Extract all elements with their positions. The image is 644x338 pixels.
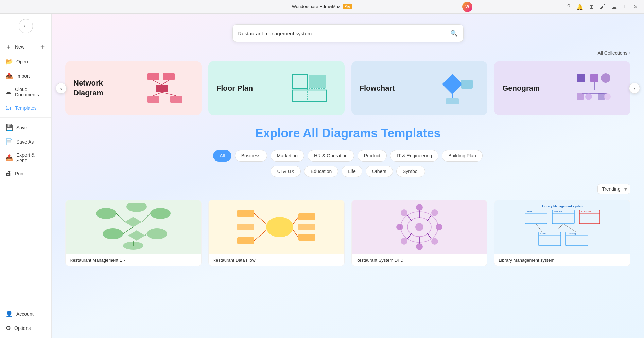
- grid-icon[interactable]: ⊞: [589, 3, 594, 10]
- sidebar-item-save[interactable]: 💾 Save: [0, 120, 51, 135]
- svg-point-31: [126, 203, 147, 212]
- svg-line-66: [407, 215, 412, 221]
- sidebar-label-print: Print: [15, 171, 25, 176]
- filter-btn-ui[interactable]: UI & UX: [271, 166, 301, 177]
- svg-marker-35: [128, 230, 145, 241]
- svg-point-73: [396, 224, 403, 230]
- filter-btn-product[interactable]: Product: [358, 150, 387, 162]
- svg-point-72: [401, 238, 407, 245]
- filter-btn-others[interactable]: Others: [366, 166, 393, 177]
- sidebar: ← ＋ New ＋ 📂 Open 📥 Import ☁ Cloud Docume…: [0, 14, 52, 338]
- sidebar-label-export: Export & Send: [16, 152, 46, 163]
- sort-wrapper: Trending Newest Popular: [597, 184, 630, 194]
- template-card-label-2: Restaurant Data Flow: [209, 254, 344, 266]
- svg-rect-15: [461, 80, 473, 89]
- svg-line-6: [162, 80, 169, 85]
- back-button[interactable]: ←: [19, 19, 33, 33]
- template-grid: Restaurant Management ER: [65, 200, 630, 280]
- svg-line-62: [427, 233, 431, 239]
- sidebar-item-new[interactable]: ＋ New ＋: [0, 39, 51, 55]
- sidebar-label-import: Import: [16, 73, 30, 79]
- sidebar-item-export[interactable]: 📤 Export & Send: [0, 149, 51, 167]
- minimize-button[interactable]: —: [614, 4, 620, 10]
- filter-btn-business[interactable]: Business: [235, 150, 267, 162]
- titlebar-icon-group: ? 🔔 ⊞ 🖌 ☁: [567, 3, 617, 10]
- all-collections-link[interactable]: All Collections ›: [597, 50, 630, 56]
- carousel-prev-button[interactable]: ‹: [56, 83, 67, 94]
- search-area: 🔍: [52, 14, 644, 50]
- template-card-3[interactable]: Restaurant System DFD: [351, 200, 488, 266]
- svg-rect-3: [147, 96, 159, 103]
- svg-line-91: [536, 224, 542, 232]
- sidebar-label-save-as: Save As: [16, 139, 34, 145]
- svg-rect-9: [292, 75, 308, 88]
- sidebar-item-import[interactable]: 📥 Import: [0, 69, 51, 83]
- sidebar-label-account: Account: [16, 311, 34, 317]
- sort-select[interactable]: Trending Newest Popular: [597, 184, 630, 194]
- carousel-card-img-flowchart: [425, 68, 480, 109]
- svg-text:Catalog: Catalog: [568, 232, 576, 235]
- sidebar-item-save-as[interactable]: 📄 Save As: [0, 135, 51, 149]
- sidebar-item-open[interactable]: 📂 Open: [0, 55, 51, 69]
- carousel-card-floor[interactable]: Floor Plan: [208, 61, 345, 115]
- carousel-card-genogram[interactable]: Genogram: [494, 61, 630, 115]
- filter-btn-life[interactable]: Life: [342, 166, 362, 177]
- carousel-card-network[interactable]: Network Diagram: [65, 61, 202, 115]
- sidebar-label-templates: Templates: [15, 105, 37, 111]
- template-card-4[interactable]: Library Management system Book Member Pu…: [494, 200, 630, 266]
- svg-line-92: [556, 224, 563, 232]
- filter-btn-hr[interactable]: HR & Operation: [308, 150, 354, 162]
- svg-line-39: [142, 213, 150, 222]
- carousel-next-button[interactable]: ›: [629, 83, 640, 94]
- user-avatar[interactable]: W: [462, 2, 472, 12]
- svg-text:Publisher: Publisher: [581, 210, 591, 213]
- app-title-area: Wondershare EdrawMax Pro: [292, 4, 352, 9]
- print-icon: 🖨: [5, 170, 12, 177]
- avatar[interactable]: W: [462, 2, 472, 12]
- template-card-1[interactable]: Restaurant Management ER: [65, 200, 202, 266]
- filter-btn-all[interactable]: All: [213, 150, 231, 162]
- restore-button[interactable]: ❐: [624, 4, 629, 10]
- cloud-docs-icon: ☁: [5, 88, 12, 96]
- sidebar-item-templates[interactable]: 🗂 Templates: [0, 101, 51, 115]
- sidebar-item-options[interactable]: ⚙ Options: [0, 321, 51, 335]
- notification-icon[interactable]: 🔔: [576, 3, 583, 10]
- filter-row-2: UI & UX Education Life Others Symbol: [65, 166, 630, 177]
- templates-icon: 🗂: [5, 104, 12, 111]
- sidebar-item-cloud[interactable]: ☁ Cloud Documents: [0, 83, 51, 101]
- collections-header: All Collections ›: [52, 50, 644, 61]
- svg-rect-18: [446, 98, 459, 104]
- carousel-track: Network Diagram: [65, 61, 630, 115]
- svg-rect-47: [298, 213, 315, 220]
- carousel-card-flowchart[interactable]: Flowchart: [351, 61, 488, 115]
- svg-rect-48: [298, 224, 315, 230]
- close-button[interactable]: ✕: [633, 4, 639, 10]
- sidebar-item-account[interactable]: 👤 Account: [0, 307, 51, 321]
- template-card-img-1: [66, 200, 201, 254]
- search-input[interactable]: [238, 31, 442, 36]
- sort-row: Trending Newest Popular: [65, 184, 630, 194]
- sidebar-bottom: 👤 Account ⚙ Options: [0, 304, 51, 335]
- open-icon: 📂: [5, 58, 13, 65]
- svg-point-74: [401, 209, 407, 216]
- template-card-2[interactable]: Restaurant Data Flow: [208, 200, 345, 266]
- svg-rect-25: [577, 93, 584, 100]
- sidebar-item-print[interactable]: 🖨 Print: [0, 167, 51, 181]
- explore-title: Explore All Diagrams Templates: [65, 126, 630, 140]
- svg-rect-44: [237, 224, 254, 230]
- filter-btn-it[interactable]: IT & Engineering: [390, 150, 438, 162]
- svg-rect-10: [309, 75, 326, 88]
- filter-btn-symbol[interactable]: Symbol: [396, 166, 425, 177]
- help-icon[interactable]: ?: [567, 4, 570, 10]
- filter-btn-education[interactable]: Education: [304, 166, 338, 177]
- search-button[interactable]: 🔍: [450, 30, 458, 37]
- new-icon: ＋: [5, 43, 12, 51]
- svg-marker-14: [442, 74, 463, 94]
- search-divider: [446, 29, 446, 37]
- filter-btn-marketing[interactable]: Marketing: [271, 150, 304, 162]
- sidebar-label-save: Save: [16, 125, 27, 130]
- template-img-svg-2: [236, 203, 317, 251]
- svg-line-7: [153, 92, 162, 96]
- filter-btn-building[interactable]: Building Plan: [442, 150, 483, 162]
- theme-icon[interactable]: 🖌: [600, 4, 605, 10]
